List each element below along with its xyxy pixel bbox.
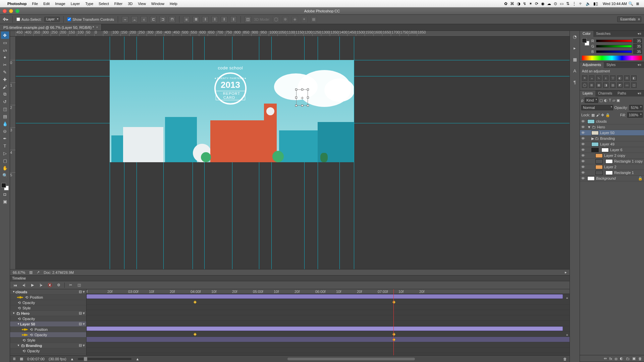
foreground-background-swatch[interactable]: [1, 183, 9, 190]
timeline-zoom-slider[interactable]: [78, 358, 131, 360]
wifi-icon[interactable]: ⋮: [572, 1, 576, 6]
adj-photo-icon[interactable]: ◯: [582, 82, 587, 88]
timeline-track[interactable]: [87, 299, 570, 305]
tab-styles[interactable]: Styles: [604, 62, 618, 68]
layer-row[interactable]: 👁clouds: [580, 119, 644, 124]
layer-row[interactable]: 👁Layer 50: [580, 130, 644, 136]
layer-row[interactable]: 👁Layer 2: [580, 164, 644, 170]
status-icon[interactable]: ⌘: [510, 1, 514, 6]
zoom-level[interactable]: 66.67%: [13, 270, 25, 275]
tab-layers[interactable]: Layers: [580, 90, 595, 97]
shape-tool[interactable]: ▢: [1, 157, 9, 164]
status-icon[interactable]: ✶: [529, 1, 532, 6]
paragraph-panel-icon[interactable]: ¶: [571, 78, 579, 86]
status-icon[interactable]: ⇅: [566, 1, 570, 6]
lock-all-icon[interactable]: 🔒: [605, 113, 610, 117]
mute-icon[interactable]: 🔇: [47, 283, 53, 288]
visibility-icon[interactable]: 👁: [580, 176, 586, 180]
transition-icon[interactable]: ◫: [76, 283, 82, 288]
timeline-prop-row[interactable]: ⟲Opacity: [10, 300, 86, 305]
prev-frame-icon[interactable]: ◂|: [21, 283, 27, 288]
notification-icon[interactable]: ≣: [636, 1, 639, 6]
distribute-icon[interactable]: ⦀: [202, 16, 209, 23]
panel-menu-icon[interactable]: ▾≡: [635, 90, 644, 97]
zoom-in-icon[interactable]: ▲: [136, 357, 139, 361]
b-value[interactable]: 35: [633, 49, 642, 54]
tab-swatches[interactable]: Swatches: [593, 31, 613, 37]
spotlight-icon[interactable]: 🔍: [628, 1, 633, 6]
layer-row[interactable]: 👁Layer 6: [580, 147, 644, 153]
visibility-icon[interactable]: 👁: [580, 171, 586, 175]
adj-exposure-icon[interactable]: ±: [603, 75, 608, 81]
adj-curves-icon[interactable]: ∿: [596, 75, 601, 81]
status-icon[interactable]: ☁: [547, 1, 551, 6]
wand-tool[interactable]: ✦: [1, 54, 9, 61]
adj-invert-icon[interactable]: ◨: [603, 82, 608, 88]
blur-tool[interactable]: 💧: [1, 120, 9, 127]
visibility-icon[interactable]: 👁: [580, 165, 586, 169]
g-slider[interactable]: [596, 45, 632, 48]
history-panel-icon[interactable]: ◔: [571, 33, 579, 40]
tab-adjustments[interactable]: Adjustments: [580, 62, 604, 68]
distribute-icon[interactable]: ⦀: [221, 16, 227, 23]
mask-icon[interactable]: ◘: [615, 357, 617, 361]
minimize-button[interactable]: [9, 9, 13, 13]
timeline-track[interactable]: [87, 294, 570, 299]
adj-threshold-icon[interactable]: ◩: [617, 82, 623, 88]
healing-tool[interactable]: ✚: [1, 76, 9, 83]
lasso-tool[interactable]: ᔕ: [1, 46, 9, 54]
horizontal-ruler[interactable]: 4504003503002502001501005005010015020025…: [10, 31, 570, 37]
blend-mode-select[interactable]: Normal: [581, 105, 613, 110]
status-icon[interactable]: ⊙: [554, 1, 557, 6]
tab-paths[interactable]: Paths: [615, 90, 629, 97]
go-start-icon[interactable]: ⏮: [12, 283, 18, 288]
layer-row[interactable]: 👁Rectangle 1: [580, 170, 644, 176]
timeline-prop-row[interactable]: ◂◆▸⟲Position: [10, 295, 86, 300]
new-group-icon[interactable]: 🗀: [626, 357, 630, 361]
adj-mixer-icon[interactable]: ⊞: [589, 82, 594, 88]
path-select-tool[interactable]: ▷: [1, 149, 9, 157]
actions-panel-icon[interactable]: ▸: [571, 44, 579, 52]
menu-type[interactable]: Type: [85, 2, 93, 6]
autoselect-checkbox[interactable]: Auto-Select:: [16, 17, 42, 21]
zoom-tool[interactable]: 🔍: [1, 172, 9, 179]
timeline-track[interactable]: [87, 305, 570, 310]
wifi-icon[interactable]: ᯤ: [579, 1, 583, 6]
distribute-icon[interactable]: ⦀: [230, 16, 237, 23]
timeline-track[interactable]: [87, 321, 570, 326]
add-track-icon[interactable]: +: [566, 296, 568, 300]
filter-shape-icon[interactable]: ▱: [612, 98, 615, 103]
adj-balance-icon[interactable]: ⚖: [624, 75, 630, 81]
transform-selection[interactable]: ✢: [296, 89, 308, 106]
vertical-ruler[interactable]: 012345: [10, 37, 16, 269]
menu-file[interactable]: File: [32, 2, 38, 6]
timeline-prop-row[interactable]: ⟲Style: [10, 305, 86, 311]
menu-3d[interactable]: 3D: [128, 2, 132, 6]
r-slider[interactable]: [596, 40, 632, 42]
timeline-track[interactable]: [87, 315, 570, 321]
properties-panel-icon[interactable]: ▦: [571, 56, 579, 63]
timeline-scrollbar[interactable]: [287, 358, 415, 360]
menu-view[interactable]: View: [138, 2, 146, 6]
move-tool[interactable]: ✥: [1, 32, 9, 39]
adj-selcolor-icon[interactable]: ◫: [631, 82, 637, 88]
visibility-icon[interactable]: 👁: [580, 148, 586, 152]
split-icon[interactable]: ✂: [67, 283, 73, 288]
new-layer-icon[interactable]: ▣: [632, 356, 636, 361]
delete-layer-icon[interactable]: 🗑: [638, 357, 642, 361]
canvas-area[interactable]: 012345: [10, 37, 570, 269]
link-layers-icon[interactable]: ⇔: [604, 356, 607, 361]
adj-gradmap-icon[interactable]: ▭: [624, 82, 630, 88]
workspace-switcher[interactable]: Essentials: [617, 16, 641, 22]
menu-help[interactable]: Help: [170, 2, 177, 6]
status-icon[interactable]: ⟳: [535, 1, 538, 6]
adj-bw-icon[interactable]: ◧: [631, 75, 637, 81]
visibility-icon[interactable]: 👁: [580, 131, 586, 135]
gradient-tool[interactable]: ▤: [1, 113, 9, 120]
statusbar-icon[interactable]: ▥: [29, 270, 33, 275]
lock-paint-icon[interactable]: 🖌: [596, 113, 600, 117]
character-panel-icon[interactable]: A: [571, 67, 579, 74]
trash-icon[interactable]: 🗑: [563, 357, 567, 361]
r-value[interactable]: 35: [633, 39, 642, 43]
layer-row[interactable]: 👁Layer 49: [580, 141, 644, 147]
